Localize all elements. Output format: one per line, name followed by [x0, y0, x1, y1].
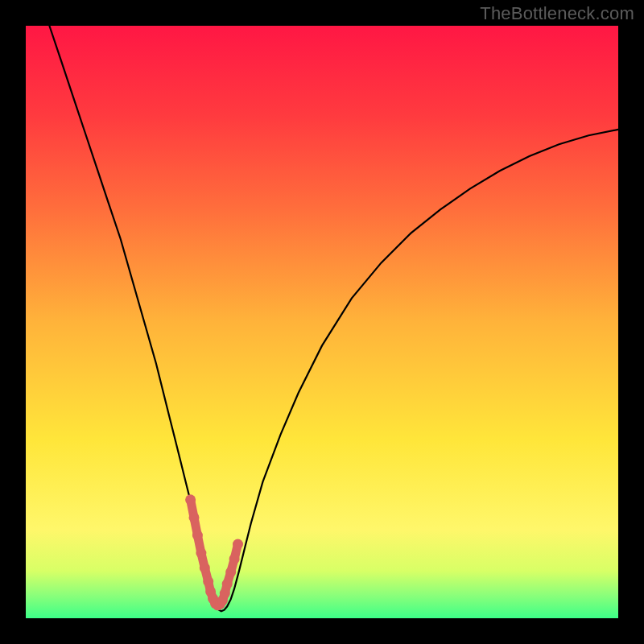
optimal-range-dot [225, 567, 236, 577]
optimal-range-dot [233, 539, 243, 550]
optimal-range-dot [192, 530, 203, 541]
chart-frame: TheBottleneck.com [0, 0, 644, 644]
watermark-text: TheBottleneck.com [480, 3, 634, 24]
optimal-range-dot [203, 576, 213, 587]
optimal-range-dot [189, 512, 200, 522]
chart-svg [0, 0, 644, 644]
optimal-range-dot [200, 563, 210, 573]
optimal-range-dot [229, 554, 240, 564]
optimal-range-dot [196, 548, 206, 559]
optimal-range-dot [220, 588, 230, 599]
optimal-range-dot [185, 494, 196, 505]
optimal-range-dot [222, 579, 233, 589]
plot-area [26, 26, 618, 618]
